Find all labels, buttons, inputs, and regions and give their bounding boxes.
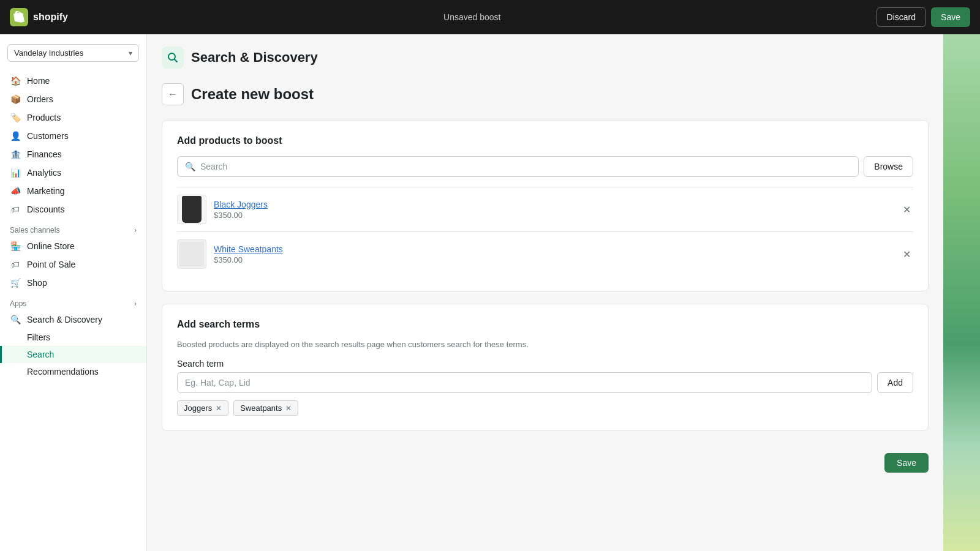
sidebar-item-shop-label: Shop xyxy=(27,278,47,288)
product-name-black-joggers[interactable]: Black Joggers xyxy=(214,200,893,209)
sidebar-item-finances[interactable]: 🏦 Finances xyxy=(0,145,146,163)
jogger-thumbnail xyxy=(182,196,202,223)
products-icon: 🏷️ xyxy=(10,113,21,122)
discard-button[interactable]: Discard xyxy=(876,7,926,27)
sweatpants-thumbnail xyxy=(179,242,204,266)
sidebar-item-home[interactable]: 🏠 Home xyxy=(0,72,146,90)
logo: shopify xyxy=(10,8,68,26)
search-term-tags: Joggers ✕ Sweatpants ✕ xyxy=(177,400,913,416)
create-boost-title: Create new boost xyxy=(191,86,314,103)
add-products-card: Add products to boost 🔍 Browse Black Jog… xyxy=(162,120,929,291)
search-term-label: Search term xyxy=(177,359,913,369)
marketing-icon: 📣 xyxy=(10,186,21,196)
apps-section: Apps › xyxy=(0,292,146,310)
sidebar-item-analytics[interactable]: 📊 Analytics xyxy=(0,163,146,182)
sidebar-item-products-label: Products xyxy=(27,113,61,122)
product-search-row: 🔍 Browse xyxy=(177,156,913,177)
remove-white-sweatpants-button[interactable]: ✕ xyxy=(900,246,913,263)
sidebar-item-shop[interactable]: 🛒 Shop xyxy=(0,274,146,292)
sidebar-item-products[interactable]: 🏷️ Products xyxy=(0,108,146,127)
sidebar-item-search-discovery[interactable]: 🔍 Search & Discovery xyxy=(0,310,146,329)
apps-label: Apps xyxy=(10,299,26,308)
side-decoration xyxy=(943,34,980,551)
page-header: Search & Discovery xyxy=(162,47,929,69)
search-terms-desc: Boosted products are displayed on the se… xyxy=(177,340,913,349)
shopify-logo-icon xyxy=(10,8,28,26)
topbar: shopify Unsaved boost Discard Save xyxy=(0,0,980,34)
add-search-terms-card: Add search terms Boosted products are di… xyxy=(162,304,929,431)
sidebar-item-discounts[interactable]: 🏷 Discounts xyxy=(0,200,146,219)
sales-channels-expand-icon[interactable]: › xyxy=(134,226,137,234)
sidebar-sub-search-label: Search xyxy=(27,350,54,359)
chevron-down-icon: ▾ xyxy=(129,49,132,58)
customers-icon: 👤 xyxy=(10,131,21,141)
sidebar-item-finances-label: Finances xyxy=(27,149,62,159)
sidebar-item-point-of-sale[interactable]: 🏷 Point of Sale xyxy=(0,255,146,274)
browse-button[interactable]: Browse xyxy=(864,156,913,177)
sidebar: Vandelay Industries ▾ 🏠 Home 📦 Orders 🏷️… xyxy=(0,34,147,551)
tag-sweatpants-label: Sweatpants xyxy=(240,403,282,413)
sidebar-item-online-store-label: Online Store xyxy=(27,241,75,251)
sidebar-item-orders-label: Orders xyxy=(27,94,53,104)
save-bottom-button[interactable]: Save xyxy=(884,453,929,473)
create-boost-header: ← Create new boost xyxy=(162,83,929,105)
discounts-icon: 🏷 xyxy=(10,204,21,214)
product-search-wrap: 🔍 xyxy=(177,156,859,177)
tag-sweatpants: Sweatpants ✕ xyxy=(233,400,298,416)
product-price-black-joggers: $350.00 xyxy=(214,211,893,220)
product-thumb-white-sweatpants xyxy=(177,239,206,269)
sales-channels-section: Sales channels › xyxy=(0,219,146,237)
add-search-terms-title: Add search terms xyxy=(177,319,913,330)
store-name: Vandelay Industries xyxy=(14,48,83,58)
sidebar-item-customers[interactable]: 👤 Customers xyxy=(0,127,146,145)
sidebar-item-home-label: Home xyxy=(27,76,50,86)
add-products-title: Add products to boost xyxy=(177,135,913,146)
svg-line-1 xyxy=(175,59,178,62)
topbar-actions: Discard Save xyxy=(876,7,970,27)
tag-joggers-label: Joggers xyxy=(184,403,212,413)
sidebar-sub-recommendations[interactable]: Recommendations xyxy=(0,363,146,380)
analytics-icon: 📊 xyxy=(10,168,21,178)
sidebar-item-point-of-sale-label: Point of Sale xyxy=(27,260,75,269)
sidebar-sub-search[interactable]: Search xyxy=(0,346,146,363)
search-term-input[interactable] xyxy=(177,372,872,393)
point-of-sale-icon: 🏷 xyxy=(10,260,21,269)
sidebar-item-marketing[interactable]: 📣 Marketing xyxy=(0,182,146,200)
product-info-black-joggers: Black Joggers $350.00 xyxy=(214,200,893,220)
product-item-white-sweatpants: White Sweatpants $350.00 ✕ xyxy=(177,231,913,276)
topbar-title: Unsaved boost xyxy=(68,12,876,22)
main-content: Search & Discovery ← Create new boost Ad… xyxy=(147,34,943,551)
back-button[interactable]: ← xyxy=(162,83,184,105)
product-thumb-black-joggers xyxy=(177,195,206,224)
sidebar-item-marketing-label: Marketing xyxy=(27,186,64,196)
search-term-row: Add xyxy=(177,372,913,393)
page-title: Search & Discovery xyxy=(191,50,318,66)
store-selector[interactable]: Vandelay Industries ▾ xyxy=(7,44,139,62)
add-search-term-button[interactable]: Add xyxy=(877,372,913,393)
home-icon: 🏠 xyxy=(10,76,21,86)
remove-black-joggers-button[interactable]: ✕ xyxy=(900,201,913,218)
search-icon: 🔍 xyxy=(185,162,195,171)
orders-icon: 📦 xyxy=(10,94,21,104)
layout: Vandelay Industries ▾ 🏠 Home 📦 Orders 🏷️… xyxy=(0,34,980,551)
finances-icon: 🏦 xyxy=(10,149,21,159)
tag-sweatpants-remove[interactable]: ✕ xyxy=(285,404,292,413)
product-price-white-sweatpants: $350.00 xyxy=(214,255,893,264)
sidebar-item-online-store[interactable]: 🏪 Online Store xyxy=(0,237,146,255)
sidebar-sub-filters[interactable]: Filters xyxy=(0,329,146,346)
sidebar-item-orders[interactable]: 📦 Orders xyxy=(0,90,146,108)
save-top-button[interactable]: Save xyxy=(931,7,970,27)
tag-joggers: Joggers ✕ xyxy=(177,400,228,416)
bottom-bar: Save xyxy=(162,443,929,482)
back-arrow-icon: ← xyxy=(168,89,178,100)
product-name-white-sweatpants[interactable]: White Sweatpants xyxy=(214,244,893,254)
search-discovery-icon: 🔍 xyxy=(10,315,21,324)
sidebar-item-analytics-label: Analytics xyxy=(27,168,61,178)
product-item-black-joggers: Black Joggers $350.00 ✕ xyxy=(177,187,913,231)
product-search-input[interactable] xyxy=(200,162,851,171)
sidebar-sub-filters-label: Filters xyxy=(27,332,50,342)
apps-expand-icon[interactable]: › xyxy=(134,299,137,308)
tag-joggers-remove[interactable]: ✕ xyxy=(216,404,222,413)
shop-icon: 🛒 xyxy=(10,278,21,288)
sidebar-item-discounts-label: Discounts xyxy=(27,204,64,214)
